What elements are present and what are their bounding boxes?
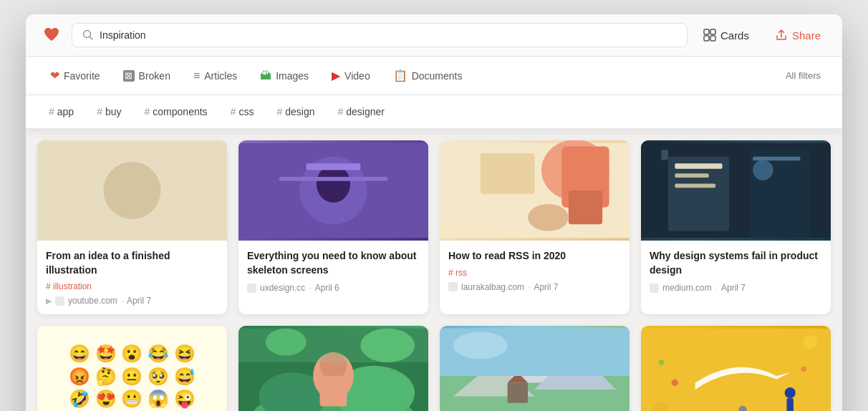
svg-rect-27 <box>675 184 715 188</box>
card-title: From an idea to a finished illustration <box>46 249 218 277</box>
card-illustration[interactable]: From an idea to a finished illustration … <box>37 140 227 314</box>
cards-label: Cards <box>720 29 749 42</box>
card-tag: # illustration <box>46 281 218 291</box>
tab-video[interactable]: ▶ Video <box>322 64 380 87</box>
card-tag: # rss <box>448 268 621 278</box>
card-image-skeleton <box>238 140 428 241</box>
heart-icon: ❤ <box>50 69 59 82</box>
meta-dot: · <box>528 282 530 292</box>
card-date: April 7 <box>721 283 746 293</box>
card-title: Why design systems fail in product desig… <box>650 249 822 277</box>
app-window: Cards Share ❤ Favorite ⊠ Broken ≡ <box>26 14 842 411</box>
card-meta: laurakalbag.com · April 7 <box>448 282 621 292</box>
card-source: medium.com <box>662 283 712 293</box>
tab-documents-label: Documents <box>412 70 463 82</box>
card-alps[interactable]: Pennine Alps Illustration ↻ dribbble.com… <box>440 326 630 411</box>
card-body: From an idea to a finished illustration … <box>37 241 227 314</box>
meta-dot: · <box>715 283 718 293</box>
search-icon <box>82 29 94 41</box>
documents-icon: 📋 <box>393 69 408 82</box>
svg-rect-16 <box>279 177 387 181</box>
card-emoji[interactable]: 😄 🤩 😮 😂 😆 😡 🤔 😐 🥺 😅 🤣 😍 😬 😱 😜 Talk to Me… <box>37 326 227 411</box>
hashtag-designer-label: designer <box>346 106 385 117</box>
card-daydream[interactable]: Daydreaming ↻ dribbble.com · April 8 <box>238 326 428 411</box>
card-image-alps <box>440 326 630 411</box>
images-icon: 🏔 <box>260 69 271 82</box>
tab-articles[interactable]: ≡ Articles <box>183 64 247 87</box>
tag-text: # rss <box>448 268 467 278</box>
card-body: Everything you need to know about skelet… <box>238 241 428 301</box>
share-label: Share <box>792 29 821 42</box>
svg-rect-8 <box>64 157 119 198</box>
svg-point-22 <box>528 204 569 231</box>
card-source-icon <box>448 282 458 291</box>
tab-images[interactable]: 🏔 Images <box>250 64 319 87</box>
svg-point-62 <box>659 359 665 365</box>
card-image-emoji: 😄 🤩 😮 😂 😆 😡 🤔 😐 🥺 😅 🤣 😍 😬 😱 😜 <box>37 326 227 411</box>
hashtag-css-label: css <box>238 106 254 117</box>
svg-rect-58 <box>786 398 793 411</box>
card-source: laurakalbag.com <box>461 282 524 292</box>
cards-button[interactable]: Cards <box>696 24 756 46</box>
hashtag-app[interactable]: # app <box>40 102 82 121</box>
card-meta: ▶ youtube.com · April 7 <box>46 296 218 306</box>
card-title: Everything you need to know about skelet… <box>247 249 420 277</box>
all-filters-button[interactable]: All filters <box>778 66 828 85</box>
hashtag-design[interactable]: # design <box>268 102 323 121</box>
video-icon: ▶ <box>332 69 340 82</box>
card-source-icon <box>650 284 659 293</box>
tab-articles-label: Articles <box>204 70 237 82</box>
hash-symbol: # <box>145 106 150 117</box>
svg-rect-25 <box>675 163 722 169</box>
card-skeleton[interactable]: Everything you need to know about skelet… <box>238 140 428 314</box>
header-actions: Cards Share <box>696 24 828 46</box>
search-bar[interactable] <box>72 23 688 47</box>
hash-symbol: # <box>337 106 343 117</box>
svg-line-1 <box>90 37 93 40</box>
tab-images-label: Images <box>276 70 309 82</box>
svg-rect-6 <box>37 143 227 238</box>
card-date: April 7 <box>127 296 151 306</box>
share-button[interactable]: Share <box>768 24 828 46</box>
card-rss[interactable]: How to read RSS in 2020 # rss laurakalba… <box>440 140 630 314</box>
tab-broken[interactable]: ⊠ Broken <box>113 64 180 87</box>
card-meta: medium.com · April 7 <box>650 283 822 293</box>
card-source: youtube.com <box>68 296 117 306</box>
tab-broken-label: Broken <box>139 70 170 82</box>
card-date: April 6 <box>315 283 339 293</box>
card-image-promotion <box>641 326 831 411</box>
tab-favorite[interactable]: ❤ Favorite <box>40 64 110 87</box>
header: Cards Share <box>26 14 842 57</box>
svg-point-9 <box>139 150 207 204</box>
card-source: uxdesign.cc <box>260 283 305 293</box>
hashtag-designer[interactable]: # designer <box>329 102 393 121</box>
svg-point-51 <box>453 332 508 359</box>
svg-point-57 <box>785 387 796 398</box>
svg-rect-3 <box>710 29 715 34</box>
broken-icon: ⊠ <box>123 70 135 82</box>
hashtag-bar: # app # buy # components # css # design … <box>26 95 842 129</box>
hash-symbol: # <box>276 106 282 117</box>
hashtag-buy[interactable]: # buy <box>88 102 130 121</box>
tag-text: # illustration <box>46 281 92 291</box>
card-date: April 7 <box>534 282 558 292</box>
search-input[interactable] <box>100 29 677 41</box>
hashtag-css[interactable]: # css <box>222 102 263 121</box>
card-design-systems[interactable]: Why design systems fail in product desig… <box>641 140 831 314</box>
svg-rect-30 <box>753 157 800 161</box>
tab-documents[interactable]: 📋 Documents <box>383 64 473 87</box>
filter-tabs: ❤ Favorite ⊠ Broken ≡ Articles 🏔 Images … <box>40 64 472 87</box>
svg-rect-18 <box>481 153 535 194</box>
svg-rect-2 <box>704 29 709 34</box>
svg-rect-42 <box>238 329 428 362</box>
card-body: Why design systems fail in product desig… <box>641 241 831 301</box>
hashtag-app-label: app <box>57 106 74 117</box>
svg-rect-26 <box>675 173 708 178</box>
card-promotion[interactable]: Getting a promotion isn't the same as be… <box>641 326 831 411</box>
svg-rect-5 <box>710 36 715 41</box>
card-body: How to read RSS in 2020 # rss laurakalba… <box>440 241 630 301</box>
hashtag-components[interactable]: # components <box>136 102 216 121</box>
svg-point-60 <box>801 367 806 372</box>
meta-dot: · <box>309 283 311 293</box>
svg-point-56 <box>804 335 817 349</box>
